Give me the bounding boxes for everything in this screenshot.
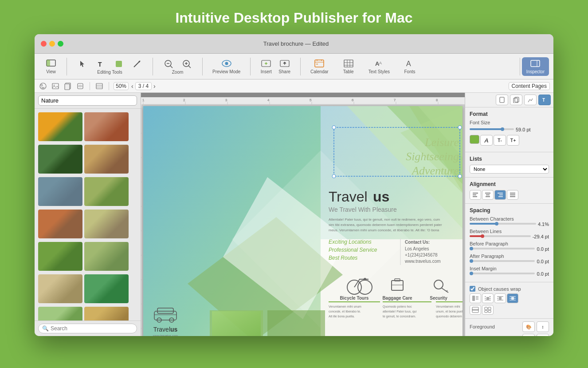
zoom-display[interactable]: 50% <box>114 82 129 90</box>
zoom-out-button[interactable] <box>160 58 177 70</box>
wrap-grid-btn[interactable] <box>482 305 494 315</box>
toolbar-zoom-group: Zoom <box>157 58 199 75</box>
image-icon[interactable] <box>51 81 60 91</box>
thumbnail-4[interactable] <box>84 145 129 174</box>
text-tool-button[interactable]: T <box>92 58 109 70</box>
thumbnail-11[interactable] <box>38 274 82 303</box>
text-minus-button[interactable]: T- <box>494 135 506 146</box>
align-justify-button[interactable] <box>507 190 518 200</box>
insert-button[interactable]: Insert <box>258 58 274 75</box>
color-swatch[interactable] <box>470 135 479 144</box>
before-para-slider[interactable] <box>470 248 535 249</box>
inset-margin-value: 0.0 pt <box>537 271 549 277</box>
calendar-button[interactable]: Calendar <box>308 58 331 75</box>
wrap-btn-2[interactable] <box>482 293 494 303</box>
view-label: View <box>46 69 56 74</box>
prev-page-button[interactable]: ‹ <box>131 83 133 90</box>
inspector-pages-icon[interactable] <box>510 95 522 105</box>
svg-text:Security: Security <box>430 296 447 301</box>
wrap-btn-1[interactable] <box>470 293 481 303</box>
thumbnail-13[interactable] <box>38 307 82 321</box>
content-pages-button[interactable]: Content Pages <box>509 82 550 90</box>
fg-color-btn[interactable]: 🎨 <box>522 321 535 332</box>
preview-button[interactable]: Preview Mode <box>210 58 243 75</box>
inspector-doc-icon[interactable] <box>496 95 508 105</box>
thumbnail-7[interactable] <box>38 210 82 238</box>
inset-margin-slider[interactable] <box>470 273 535 274</box>
after-para-value: 0.0 pt <box>537 259 549 264</box>
close-button[interactable] <box>41 41 47 47</box>
media-icon[interactable] <box>38 81 48 91</box>
thumbnail-8[interactable] <box>84 210 129 238</box>
next-page-button[interactable]: › <box>153 83 156 90</box>
maximize-button[interactable] <box>58 41 63 47</box>
thumbnail-3[interactable] <box>38 145 82 174</box>
between-chars-slider[interactable] <box>470 223 536 225</box>
mask-icon[interactable] <box>75 81 85 91</box>
svg-text:Alt ille bona puella.: Alt ille bona puella. <box>329 315 355 318</box>
between-chars-value: 4.1% <box>538 222 549 227</box>
line-button[interactable] <box>129 58 145 70</box>
inspector-metrics-icon[interactable] <box>524 95 537 105</box>
fonts-button[interactable]: A Fonts <box>401 58 418 75</box>
alignment-title: Alignment <box>470 181 549 187</box>
align-right-button[interactable] <box>494 190 506 200</box>
text-plus-button[interactable]: T+ <box>507 135 519 146</box>
subbar-sep-2 <box>109 82 109 90</box>
svg-rect-175 <box>472 309 478 313</box>
wrap-btn-3[interactable] <box>494 293 506 303</box>
bg-eye-btn[interactable]: 👁 <box>522 334 535 336</box>
copy-icon[interactable] <box>63 81 73 91</box>
thumbnail-9[interactable] <box>38 242 82 271</box>
wrap-layer-btn[interactable] <box>470 305 481 315</box>
inspector-button[interactable]: Inspector <box>522 57 549 76</box>
thumbnail-5[interactable] <box>38 177 82 206</box>
cursor-button[interactable] <box>74 58 91 70</box>
share-button[interactable]: Share <box>276 58 293 75</box>
align-center-button[interactable] <box>482 190 494 200</box>
object-wrap-checkbox[interactable] <box>470 286 475 292</box>
list-view-icon[interactable] <box>94 81 104 91</box>
format-buttons: A T- T+ <box>470 135 549 146</box>
search-input[interactable] <box>51 325 133 332</box>
svg-rect-127 <box>436 301 463 302</box>
thumbnail-10[interactable] <box>84 242 129 271</box>
thumbnail-14[interactable] <box>84 307 129 321</box>
separator-4 <box>250 58 251 75</box>
thumbnail-6[interactable] <box>84 177 129 206</box>
shape-button[interactable] <box>110 58 127 70</box>
lists-select[interactable]: None <box>470 165 549 174</box>
align-left-button[interactable] <box>470 190 481 200</box>
search-area: 🔍 <box>35 321 141 336</box>
between-lines-slider[interactable] <box>470 235 531 237</box>
italic-button[interactable]: A <box>480 135 493 146</box>
object-wrap-label: Object causes wrap <box>478 286 521 292</box>
thumbnail-12[interactable] <box>84 274 129 303</box>
toolbar-fonts-group: A Fonts <box>398 58 422 75</box>
text-styles-button[interactable]: AA Text Styles <box>366 58 392 75</box>
category-select[interactable]: Nature <box>38 95 137 106</box>
fg-arrow-btn[interactable]: ↕ <box>537 321 549 332</box>
svg-text:+1(234)2345678: +1(234)2345678 <box>405 253 438 257</box>
separator-3 <box>202 58 203 75</box>
bg-print-btn[interactable]: 🖨 <box>537 334 549 336</box>
zoom-in-button[interactable] <box>178 58 195 70</box>
inspector-text-icon[interactable]: T <box>538 95 551 105</box>
svg-rect-35 <box>52 83 59 89</box>
brochure-page: Leisure Sightseeing Adventure Travel us … <box>143 106 463 336</box>
after-para-slider[interactable] <box>470 260 535 262</box>
svg-text:Los Angeles: Los Angeles <box>405 246 429 251</box>
minimize-button[interactable] <box>49 41 55 47</box>
svg-text:4: 4 <box>267 98 270 102</box>
format-section: Format Font Size 59.0 pt A T- T+ <box>465 107 553 152</box>
thumbnail-2[interactable] <box>84 112 129 141</box>
svg-text:te genuit, te concedram.: te genuit, te concedram. <box>383 315 416 318</box>
view-button[interactable]: View <box>43 58 59 75</box>
thumbnail-1[interactable] <box>38 112 82 141</box>
font-size-slider[interactable] <box>470 128 514 130</box>
svg-text:3: 3 <box>225 98 227 102</box>
wrap-btn-4[interactable] <box>507 293 518 303</box>
title-bar: Travel brochure — Edited <box>35 34 553 54</box>
table-button[interactable]: Table <box>340 58 357 75</box>
preview-icon <box>221 59 232 68</box>
